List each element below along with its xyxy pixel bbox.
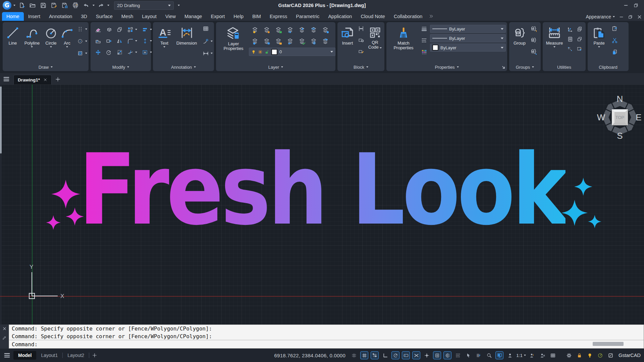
lineweight-select[interactable]: ByLayer xyxy=(430,25,506,33)
arc-dropdown-icon[interactable] xyxy=(66,46,68,48)
layer-lock-icon[interactable] xyxy=(274,37,283,46)
document-tab-drawing1[interactable]: Drawing1* xyxy=(13,75,52,84)
tab-application[interactable]: Application xyxy=(324,12,356,21)
trim-button[interactable] xyxy=(125,48,135,57)
redo-button[interactable] xyxy=(97,1,105,9)
measure-button[interactable]: Measure xyxy=(545,24,564,63)
tab-help[interactable]: Help xyxy=(229,12,248,21)
panel-modify-footer[interactable]: Modify xyxy=(91,63,151,71)
object-snap-toggle[interactable] xyxy=(433,351,441,359)
offset-button[interactable] xyxy=(93,37,103,45)
layer-properties-button[interactable]: Layer Properties xyxy=(219,24,248,63)
save-all-button[interactable] xyxy=(60,1,69,9)
layer-off-icon[interactable] xyxy=(250,37,260,46)
panel-annotation-footer[interactable]: Annotation xyxy=(153,63,214,71)
tab-view[interactable]: View xyxy=(161,12,180,21)
ungroup-button[interactable] xyxy=(529,24,538,33)
layout-tab-layout1[interactable]: Layout1 xyxy=(39,353,60,358)
copy-list-button[interactable] xyxy=(575,25,584,34)
export-block-button[interactable] xyxy=(104,37,113,45)
rotate-button[interactable] xyxy=(104,48,113,57)
hatch-button[interactable] xyxy=(75,49,85,58)
restore-icon[interactable] xyxy=(633,3,639,8)
erase-button[interactable] xyxy=(93,25,103,34)
panel-clipboard-footer[interactable]: Clipboard xyxy=(588,63,629,71)
grid-display-toggle[interactable] xyxy=(360,351,368,359)
auto-annotation-toggle[interactable] xyxy=(528,351,536,359)
scale-button[interactable] xyxy=(115,48,124,57)
dynamic-input-toggle[interactable] xyxy=(402,351,410,359)
crosshair-toggle[interactable] xyxy=(423,351,431,359)
ortho-mode-toggle[interactable] xyxy=(381,351,389,359)
layer-merge-icon[interactable] xyxy=(321,37,330,46)
layer-freeze-icon[interactable] xyxy=(262,37,271,46)
grid-settings-toggle[interactable] xyxy=(350,351,358,359)
open-file-button[interactable] xyxy=(28,1,37,9)
panel-draw-footer[interactable]: Draw xyxy=(3,63,89,71)
layer-unlock-icon[interactable] xyxy=(274,25,283,34)
gstarcad-logo-icon[interactable]: G xyxy=(3,1,11,10)
tab-cloud-note[interactable]: Cloud Note xyxy=(356,12,389,21)
table-button[interactable] xyxy=(201,24,210,33)
qat-customize-arrow-icon[interactable] xyxy=(178,5,180,6)
stretch-dropdown-icon[interactable] xyxy=(150,40,152,42)
show-lineweight-toggle[interactable] xyxy=(454,351,462,359)
canvas-scrollbar-thumb[interactable] xyxy=(0,86,2,154)
circle-dropdown-icon[interactable] xyxy=(50,46,52,48)
light-bulb-button[interactable] xyxy=(586,351,594,359)
layer-on-icon[interactable] xyxy=(250,25,260,34)
block-edit-button[interactable] xyxy=(356,36,366,44)
line-button[interactable]: Line xyxy=(4,24,21,63)
hardware-acceleration-toggle[interactable] xyxy=(495,351,503,359)
measure-dropdown-icon[interactable] xyxy=(553,46,555,48)
panel-properties-footer[interactable]: Properties xyxy=(386,63,507,71)
copy-clip-button[interactable] xyxy=(610,48,619,56)
copy-nested-button[interactable] xyxy=(575,35,584,44)
polyline-dropdown-icon[interactable] xyxy=(31,46,33,48)
match-properties-button[interactable]: Match Properties xyxy=(389,24,418,63)
zoom-tool-button[interactable] xyxy=(485,351,493,359)
group-select-button[interactable] xyxy=(529,47,538,56)
layer-settings-icon[interactable] xyxy=(321,25,330,34)
panel-block-footer[interactable]: Block xyxy=(337,63,384,71)
arc-button[interactable]: Arc xyxy=(60,24,74,63)
undo-button[interactable] xyxy=(82,1,91,9)
layer-previous-icon[interactable] xyxy=(285,37,295,46)
color-palette-button[interactable] xyxy=(419,48,429,56)
quick-select-button[interactable] xyxy=(575,45,584,54)
doc-menu-button[interactable] xyxy=(3,75,10,84)
command-close-icon[interactable] xyxy=(2,326,7,331)
point-tools-button[interactable] xyxy=(75,25,85,34)
point-tools-dropdown-icon[interactable] xyxy=(85,28,87,30)
circle-button[interactable]: Circle xyxy=(43,24,59,63)
linetype-select[interactable]: ByLayer xyxy=(430,34,506,42)
quick-calculator-button[interactable] xyxy=(566,35,575,44)
layer-walk-icon[interactable] xyxy=(285,25,295,34)
new-tab-button[interactable] xyxy=(55,76,61,84)
lineweight-button[interactable] xyxy=(419,24,429,33)
undo-menu-arrow-icon[interactable] xyxy=(93,5,95,6)
align-button[interactable] xyxy=(140,25,150,34)
doc-close-icon[interactable] xyxy=(637,14,642,19)
isometric-draft-toggle[interactable] xyxy=(412,351,420,359)
settings-gear-button[interactable] xyxy=(565,351,573,359)
fillet-button[interactable] xyxy=(125,37,135,45)
block-spacing-button[interactable] xyxy=(356,24,366,33)
logo-menu-arrow-icon[interactable] xyxy=(13,5,15,6)
tab-bim[interactable]: BIM xyxy=(248,12,265,21)
appearance-menu[interactable]: Appearance xyxy=(586,14,615,19)
text-dropdown-icon[interactable] xyxy=(163,46,165,48)
panel-layer-footer[interactable]: Layer xyxy=(216,63,335,71)
layer-select[interactable]: 0 xyxy=(249,48,335,56)
tab-overflow-icon[interactable] xyxy=(429,14,434,19)
annotation-scale-control[interactable]: 1:1 xyxy=(516,353,526,358)
layer-brightness-icon[interactable] xyxy=(262,25,271,34)
doc-restore-icon[interactable] xyxy=(628,14,633,19)
panel-utilities-footer[interactable]: Utilities xyxy=(543,63,586,71)
dimension-button[interactable]: Dimension xyxy=(174,24,199,63)
object-snap-tracking-toggle[interactable] xyxy=(443,351,451,359)
new-layout-button[interactable] xyxy=(92,353,97,358)
tab-insert[interactable]: Insert xyxy=(24,12,45,21)
select-box-button[interactable] xyxy=(140,48,150,57)
tab-export[interactable]: Export xyxy=(206,12,229,21)
